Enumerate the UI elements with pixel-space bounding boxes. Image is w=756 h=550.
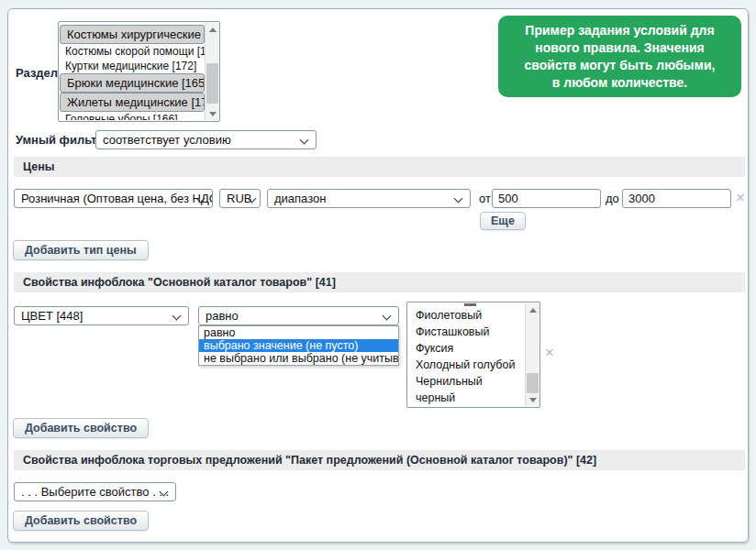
list-item[interactable]: Головные уборы [166] — [60, 112, 205, 120]
list-item[interactable]: Куртки медицинские [172] — [60, 59, 205, 73]
smart-filter-label: Умный фильтр: — [16, 133, 108, 147]
list-item[interactable]: Фиолетовый — [408, 307, 525, 324]
section-listbox-scrollbar[interactable] — [205, 23, 218, 120]
list-item[interactable]: Холодный голубой — [408, 357, 525, 373]
list-item[interactable]: Жилеты медицинские [179] — [60, 93, 205, 112]
scroll-up-arrow-icon[interactable] — [206, 23, 219, 36]
remove-property-row-icon[interactable]: × — [545, 345, 554, 361]
smart-filter-select[interactable]: соответствует условию — [95, 130, 317, 149]
offer-property-select[interactable]: . . . Выберите свойство . . . — [14, 482, 176, 501]
scroll-up-arrow-icon[interactable] — [526, 303, 539, 316]
price-type-select-value: Розничная (Оптовая цена, без НДС) [1] — [21, 192, 213, 205]
dropdown-option[interactable]: равно — [199, 326, 398, 339]
scrollbar-thumb[interactable] — [527, 373, 539, 393]
list-item[interactable]: Костюмы хирургические [171] — [60, 25, 205, 44]
price-from-input[interactable] — [492, 189, 601, 208]
operator-select-value: равно — [206, 309, 239, 323]
help-note-line: свойств могут быть любыми, — [525, 57, 716, 74]
property-select-value: ЦВЕТ [448] — [21, 309, 83, 323]
currency-select[interactable]: RUB — [219, 189, 261, 208]
price-type-select[interactable]: Розничная (Оптовая цена, без НДС) [1] — [14, 189, 213, 208]
help-note-line: в любом количестве. — [552, 74, 687, 92]
price-to-input[interactable] — [622, 189, 731, 208]
operator-select[interactable]: равно — [198, 306, 399, 325]
property-values-listbox[interactable]: ФиолетовыйФисташковыйФуксияХолодный голу… — [406, 302, 540, 408]
price-from-label: от — [479, 192, 491, 205]
operator-dropdown-list: равновыбрано значение (не пусто)не выбра… — [198, 325, 399, 366]
chevron-down-icon — [454, 194, 463, 204]
smart-filter-select-value: соответствует условию — [103, 133, 231, 147]
rule-conditions-panel: Раздел: Костюмы хирургические [171]Костю… — [7, 8, 749, 543]
chevron-down-icon — [172, 312, 182, 321]
chevron-down-icon — [300, 136, 309, 145]
list-item[interactable]: Брюки медицинские [165] — [60, 73, 205, 93]
add-price-type-button[interactable]: Добавить тип цены — [13, 240, 149, 260]
help-note: Пример задания условий длянового правила… — [498, 16, 741, 97]
more-button[interactable]: Еще — [480, 212, 526, 230]
scroll-down-arrow-icon[interactable] — [526, 393, 539, 406]
price-mode-select-value: диапазон — [274, 192, 326, 205]
help-note-line: нового правила. Значения — [535, 39, 704, 57]
list-item[interactable]: Фуксия — [408, 340, 525, 357]
scrollbar-thumb[interactable] — [206, 63, 218, 104]
list-item[interactable]: черный — [408, 390, 525, 406]
add-property-button[interactable]: Добавить свойство — [13, 418, 149, 438]
list-item[interactable]: Костюмы скорой помощи [170] — [60, 44, 205, 59]
section-header-properties: Свойства инфоблока "Основной каталог тов… — [14, 272, 745, 292]
help-note-line: Пример задания условий для — [525, 22, 714, 39]
remove-price-row-icon[interactable]: × — [736, 190, 745, 206]
scroll-down-arrow-icon[interactable] — [206, 107, 219, 120]
chevron-down-icon — [383, 312, 392, 321]
property-select[interactable]: ЦВЕТ [448] — [14, 306, 189, 325]
price-mode-select[interactable]: диапазон — [267, 189, 471, 208]
section-listbox[interactable]: Костюмы хирургические [171]Костюмы скоро… — [58, 21, 220, 122]
price-to-label: до — [606, 192, 619, 205]
section-header-offer-properties: Свойства инфоблока торговых предложений … — [14, 450, 745, 470]
property-values-items: ФиолетовыйФисташковыйФуксияХолодный голу… — [408, 303, 525, 406]
dropdown-option[interactable]: не выбрано или выбрано (не учитывать) — [199, 352, 398, 365]
offer-property-select-value: . . . Выберите свойство . . . — [21, 485, 169, 499]
dropdown-option[interactable]: выбрано значение (не пусто) — [199, 339, 398, 352]
values-listbox-scrollbar[interactable] — [525, 303, 539, 406]
section-label: Раздел: — [16, 66, 61, 80]
section-listbox-items: Костюмы хирургические [171]Костюмы скоро… — [60, 23, 205, 120]
add-offer-property-button[interactable]: Добавить свойство — [13, 511, 149, 531]
list-item[interactable]: Фисташковый — [408, 324, 525, 340]
section-header-prices: Цены — [14, 157, 745, 177]
list-item[interactable]: Чернильный — [408, 373, 525, 390]
